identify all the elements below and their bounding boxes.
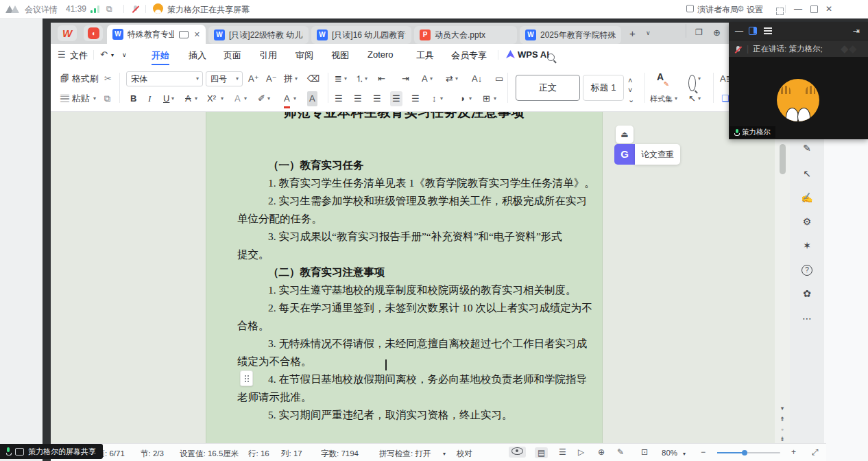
undo-icon[interactable]: ↶ — [100, 49, 108, 60]
menu-review[interactable]: 审阅 — [296, 49, 313, 62]
search-icon[interactable] — [547, 54, 555, 61]
status-line[interactable]: 行: 16 — [248, 449, 269, 459]
number-chevron-icon[interactable]: ▾ — [365, 71, 367, 86]
minimize-button[interactable]: — — [794, 4, 802, 14]
settings-button[interactable]: 设置 — [747, 4, 763, 16]
mic-muted-icon[interactable] — [132, 5, 138, 14]
shading-button[interactable]: ◑ — [459, 91, 465, 106]
superscript-chevron-icon[interactable]: ▾ — [221, 91, 224, 106]
customize-chevron-icon[interactable]: ∨ — [122, 51, 127, 58]
paragraph-drag-handle[interactable] — [240, 370, 253, 386]
menu-home[interactable]: 开始 — [152, 49, 169, 65]
restore-window-icon[interactable]: ❐ — [695, 27, 703, 37]
panel-list-icon[interactable] — [764, 27, 772, 34]
status-section[interactable]: 节: 2/3 — [141, 449, 164, 459]
distribute-button[interactable]: ☰ — [411, 91, 420, 106]
layout-chevron-icon[interactable]: ∨ — [725, 6, 730, 12]
direction-chevron-icon[interactable]: ▾ — [455, 71, 458, 86]
partial-tool2-icon[interactable]: ❏ — [721, 91, 730, 106]
line-spacing-button[interactable]: ↕ — [432, 91, 437, 106]
document-page[interactable]: 师范专业本科生教育实习任务及注意事项 （一）教育实习任务 1. 教育实习学生任务… — [206, 111, 603, 443]
borders-chevron-icon[interactable]: ▾ — [494, 91, 496, 106]
menu-reference[interactable]: 引用 — [259, 49, 277, 62]
shrink-font-button[interactable]: A⁻ — [266, 71, 277, 86]
find-icon[interactable] — [688, 75, 696, 91]
align-right-button[interactable]: ☰ — [373, 91, 381, 106]
select-chevron-icon[interactable]: ▾ — [698, 91, 701, 106]
wps-ai-button[interactable]: WPS AI — [506, 49, 549, 60]
menu-view[interactable]: 视图 — [331, 49, 349, 62]
text-scale-button[interactable]: A — [422, 71, 428, 86]
panel-layout-icon[interactable] — [749, 27, 757, 35]
copy-icon[interactable]: ⧉ — [104, 91, 110, 106]
pointer-icon[interactable]: ↖ — [790, 168, 824, 179]
focus-mode-icon[interactable]: ⊡ — [641, 447, 648, 457]
help-icon[interactable]: ? — [790, 263, 824, 276]
zoom-chevron-icon[interactable]: ▾ — [683, 451, 686, 457]
select-browse-object-icon[interactable]: ▫ — [775, 426, 790, 433]
more-icon[interactable]: ⋯ — [790, 313, 824, 324]
menu-file[interactable]: 文件 — [70, 49, 88, 62]
close-button[interactable]: ✕ — [825, 4, 832, 14]
menu-page[interactable]: 页面 — [224, 49, 241, 62]
menu-insert[interactable]: 插入 — [189, 49, 206, 62]
superscript-button[interactable]: X² — [207, 91, 216, 106]
effect-chevron-icon[interactable]: ▾ — [244, 91, 247, 106]
zoom-out-icon[interactable]: − — [701, 447, 706, 457]
menu-zotero[interactable]: Zotero — [367, 49, 394, 60]
docer-button[interactable]: ◖ — [84, 25, 103, 41]
status-column[interactable]: 列: 17 — [281, 449, 302, 459]
select-tool-button[interactable]: ↖ — [688, 91, 696, 106]
share-screen-icon[interactable]: ⧉ — [106, 5, 112, 13]
font-color-chevron-icon[interactable]: ▾ — [293, 91, 296, 106]
previous-page-icon[interactable]: ⇞ — [775, 416, 790, 423]
sort-button[interactable]: A↓ — [472, 71, 482, 86]
magic-wand-icon[interactable]: ✶ — [790, 240, 824, 251]
strikethrough-button[interactable]: A — [185, 91, 191, 106]
underline-button[interactable]: U — [163, 91, 169, 106]
text-direction-button[interactable]: ⇄ — [446, 71, 453, 86]
numbered-list-button[interactable]: ⒈ — [355, 71, 364, 86]
theme-icon[interactable]: ✿ — [790, 288, 824, 299]
increase-indent-button[interactable]: ⇥ — [402, 71, 409, 86]
menu-tools[interactable]: 工具 — [416, 49, 434, 62]
read-mode-icon[interactable]: ▷ — [578, 447, 584, 457]
expand-window-icon[interactable]: ⤢ — [812, 447, 819, 457]
pinyin-chevron-icon[interactable]: ▾ — [295, 71, 298, 86]
speaker-layout-button[interactable]: 演讲者布局 — [697, 4, 738, 16]
paste-chevron-icon[interactable]: ▾ — [93, 91, 96, 106]
sidebar-collapse-button[interactable]: ⏏ — [616, 126, 634, 143]
scale-chevron-icon[interactable]: ▾ — [430, 71, 433, 86]
spellcheck-chevron-icon[interactable]: ▾ — [443, 451, 446, 457]
controls-icon[interactable]: ⚙ — [790, 216, 824, 227]
underline-chevron-icon[interactable]: ▾ — [171, 91, 174, 106]
tab-presentation[interactable]: P 动员大会.pptx — [414, 26, 517, 44]
edit-mode-icon[interactable]: ✎ — [617, 447, 624, 457]
globe-icon[interactable]: ⊕ — [713, 27, 721, 38]
style-heading1[interactable]: 标题 1 — [583, 75, 624, 101]
font-color-button[interactable]: A — [284, 91, 290, 108]
eye-protect-icon[interactable] — [509, 447, 526, 458]
font-size-select[interactable]: 四号▾ — [206, 71, 243, 86]
style-normal[interactable]: 正文 — [516, 75, 580, 101]
pinyin-tool-button[interactable]: 拼 — [284, 71, 293, 86]
text-effect-button[interactable]: A — [234, 91, 241, 106]
highlight-chevron-icon[interactable]: ▾ — [267, 91, 270, 106]
document-viewport[interactable]: 师范专业本科生教育实习任务及注意事项 （一）教育实习任务 1. 教育实习学生任务… — [51, 111, 775, 443]
screen-share-badge[interactable]: 策力格尔的屏幕共享 — [0, 444, 103, 459]
outline-view-icon[interactable]: ☰ — [559, 447, 566, 457]
page-view-icon[interactable]: ▤ — [535, 447, 548, 458]
zoom-in-icon[interactable]: + — [791, 447, 796, 457]
decrease-indent-button[interactable]: ⇤ — [378, 71, 385, 86]
status-spellcheck[interactable]: 拼写检查: 打开 — [379, 449, 431, 459]
align-left-button[interactable]: ☰ — [335, 91, 343, 106]
undo-chevron-icon[interactable]: ▾ — [111, 52, 114, 58]
line-spacing-chevron-icon[interactable]: ▾ — [440, 91, 443, 106]
italic-button[interactable]: I — [148, 91, 151, 106]
sticker-note-icon[interactable]: ✍ — [790, 192, 824, 203]
char-shading-button[interactable]: A — [307, 91, 317, 106]
vertical-scrollbar[interactable]: ▾ ⇞ ▫ ⇟ — [775, 111, 790, 443]
status-wordcount[interactable]: 字数: 7194 — [321, 449, 359, 459]
zoom-level[interactable]: 80% — [662, 449, 677, 457]
clear-format-button[interactable]: ⌫ — [307, 71, 320, 86]
